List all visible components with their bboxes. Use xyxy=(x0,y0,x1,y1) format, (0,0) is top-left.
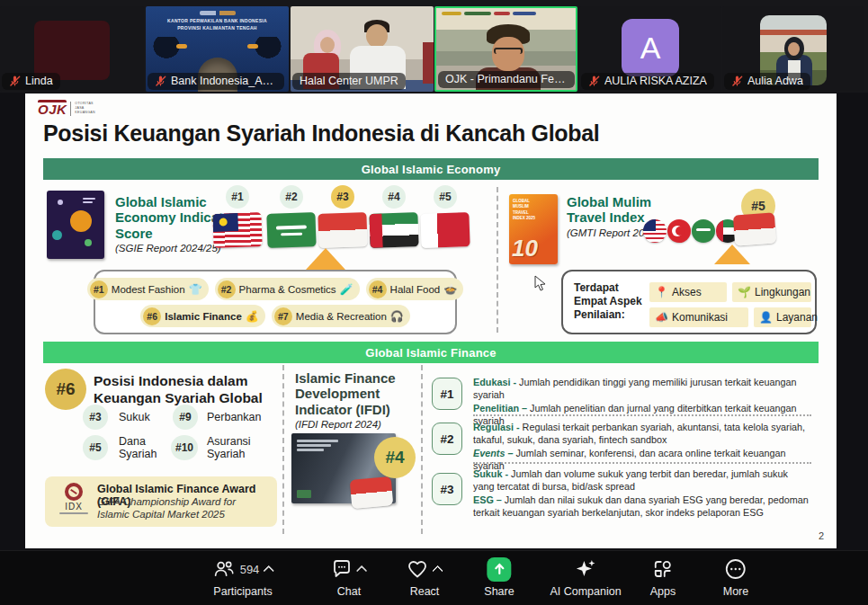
slide-title: Posisi Keuangan Syariah Indonesia di Kan… xyxy=(43,120,600,147)
more-button[interactable]: More xyxy=(723,551,748,605)
flag-malaysia-round xyxy=(643,219,667,243)
presentation-slide: OJK OTORITAS JASA KEUANGAN Posisi Keuang… xyxy=(25,93,837,548)
environment-icon: 🌱 xyxy=(738,286,751,298)
modest-fashion-icon: 👕 xyxy=(189,284,202,295)
indicator-text: Edukasi - Jumlah pendidikan tinggi yang … xyxy=(473,376,811,427)
flag-indonesia xyxy=(318,212,367,248)
ai-companion-button[interactable]: AI Companion xyxy=(550,551,621,605)
participant-nametag: Linda xyxy=(2,73,60,90)
participant-name: AULIA RISKA AZIZA xyxy=(604,75,707,87)
vertical-divider xyxy=(421,365,423,534)
indicator-rank-badge: #3 xyxy=(432,473,462,505)
ojk-logo: OJK OTORITAS JASA KEUANGAN xyxy=(38,100,95,118)
idx-logo: IDX xyxy=(56,483,92,514)
participant-nametag: OJK - Primandanu Febriy... xyxy=(438,71,575,88)
participant-name: Halal Center UMPR xyxy=(300,75,398,87)
aspect-item: 📍 Akses xyxy=(649,282,727,302)
pharma-cosmetics-icon: 🧪 xyxy=(340,284,353,295)
rank-badge: #1 xyxy=(226,185,249,209)
video-tile-halal-center[interactable]: Halal Center UMPR xyxy=(291,6,434,92)
pointer-trapezoid xyxy=(306,248,345,270)
dotted-separator xyxy=(473,462,811,464)
bank-indonesia-logos xyxy=(200,11,236,15)
aspect-item: 🌱 Lingkungan xyxy=(732,282,811,302)
participant-count: 594 xyxy=(240,563,260,576)
indicator-rank-badge: #2 xyxy=(432,423,462,455)
apps-button[interactable]: Apps xyxy=(650,551,676,605)
item-label: Sukuk xyxy=(119,411,150,423)
video-tile-linda[interactable]: Linda xyxy=(0,6,144,92)
sector-pill: #6 Islamic Finance 💰 xyxy=(140,305,265,327)
item-label: Perbankan xyxy=(207,411,261,423)
share-screen-icon xyxy=(487,557,511,582)
ifdi-heading: Islamic Finance Development Indicator (I… xyxy=(295,370,414,417)
rank-badge: #9 xyxy=(173,405,198,430)
participant-nametag: Aulia Adwa xyxy=(724,73,810,90)
person-face-graphic xyxy=(366,24,388,48)
chevron-up-icon[interactable] xyxy=(356,565,368,576)
participant-name: Linda xyxy=(25,75,53,87)
chat-button[interactable]: Chat xyxy=(331,551,367,605)
video-tile-aulia-adwa[interactable]: Aulia Adwa xyxy=(722,6,864,92)
mic-off-icon xyxy=(731,76,743,87)
sector-pill: #1 Modest Fashion 👕 xyxy=(87,278,209,300)
shared-screen-stage: OJK OTORITAS JASA KEUANGAN Posisi Keuang… xyxy=(0,93,868,550)
react-button[interactable]: React xyxy=(407,551,443,605)
sector-pill: #7 Media & Recreation 🎧 xyxy=(272,305,410,327)
share-button[interactable]: Share xyxy=(484,551,514,605)
flag-indonesia-wavy xyxy=(350,476,394,509)
award-subtitle: GIFA Championship Award for Islamic Capi… xyxy=(97,496,270,521)
aspect-item: 👤 Layanan xyxy=(754,307,811,327)
sector-pill: #4 Halal Food 🍲 xyxy=(366,278,464,300)
video-frame xyxy=(34,21,110,80)
indicator-rank-badge: #1 xyxy=(432,378,462,410)
rank-badge: #3 xyxy=(83,405,108,430)
ifdi-rank-badge: #4 xyxy=(374,437,416,478)
zoom-toolbar: 594 Participants Chat React xyxy=(0,550,868,605)
chat-icon xyxy=(331,558,353,580)
person-face-graphic xyxy=(492,37,524,71)
bank-indonesia-banner-text: KANTOR PERWAKILAN BANK INDONESIA PROVINS… xyxy=(146,18,289,31)
flag-malaysia xyxy=(212,212,262,248)
participants-icon xyxy=(212,558,236,580)
chevron-up-icon[interactable] xyxy=(432,565,443,576)
more-ellipsis-icon xyxy=(724,557,747,581)
person-icon: 👤 xyxy=(759,311,773,324)
participant-video-strip: Linda KANTOR PERWAKILAN BANK INDONESIA P… xyxy=(0,0,868,93)
participant-nametag: Halal Center UMPR xyxy=(292,73,406,90)
rank-badge: #5 xyxy=(83,435,108,460)
chevron-up-icon[interactable] xyxy=(263,565,274,576)
map-pin-icon: 📍 xyxy=(655,286,668,298)
letter-avatar: A xyxy=(622,19,679,76)
dotted-separator xyxy=(473,414,811,416)
participant-name: Aulia Adwa xyxy=(747,75,803,87)
indicator-text: Regulasi - Regulasi terkait perbankan sy… xyxy=(473,421,811,472)
rank-badge: #5 xyxy=(434,185,457,209)
slide-page-number: 2 xyxy=(819,530,824,541)
video-tile-ojk-active-speaker[interactable]: OJK - Primandanu Febriy... xyxy=(434,6,577,92)
participants-button[interactable]: 594 Participants xyxy=(212,551,274,605)
indicator-text: Sukuk - Jumlah dan volume sukuk yang ter… xyxy=(473,467,811,519)
media-recreation-icon: 🎧 xyxy=(390,311,404,322)
section-banner-economy: Global Islamic Economy xyxy=(43,158,819,180)
flag-uae xyxy=(369,212,418,248)
finance-rank-badge: #6 xyxy=(45,369,86,410)
pointer-trapezoid xyxy=(714,245,750,264)
mic-off-icon xyxy=(588,76,600,87)
flag-bahrain xyxy=(420,212,470,248)
video-tile-aulia-riska[interactable]: A AULIA RISKA AZIZA xyxy=(579,6,721,92)
zoom-meeting-window: Linda KANTOR PERWAKILAN BANK INDONESIA P… xyxy=(0,0,868,605)
mic-off-icon xyxy=(9,76,21,87)
gmti-report-cover: GLOBAL MUSLIM TRAVEL INDEX 2025 10 xyxy=(509,194,558,264)
gmti-aspects-box: Terdapat Empat Aspek Penilaian: 📍 Akses … xyxy=(561,270,817,334)
hornbill-bird-graphic xyxy=(253,37,283,60)
item-label: Asuransi Syariah xyxy=(207,435,257,461)
heart-icon xyxy=(407,558,429,580)
sgie-sectors-box: #1 Modest Fashion 👕 #2 Pharma & Cosmetic… xyxy=(94,270,457,334)
video-tile-bank-indonesia[interactable]: KANTOR PERWAKILAN BANK INDONESIA PROVINS… xyxy=(146,6,289,92)
rank-badge-highlighted: #3 xyxy=(331,185,354,209)
rank-badge: #4 xyxy=(382,185,406,209)
participant-nametag: AULIA RISKA AZIZA xyxy=(581,73,714,90)
gifa-award-box: IDX Global Islamic Finance Award (GIFA) … xyxy=(45,476,277,527)
flag-saudi-arabia-round xyxy=(692,219,715,243)
